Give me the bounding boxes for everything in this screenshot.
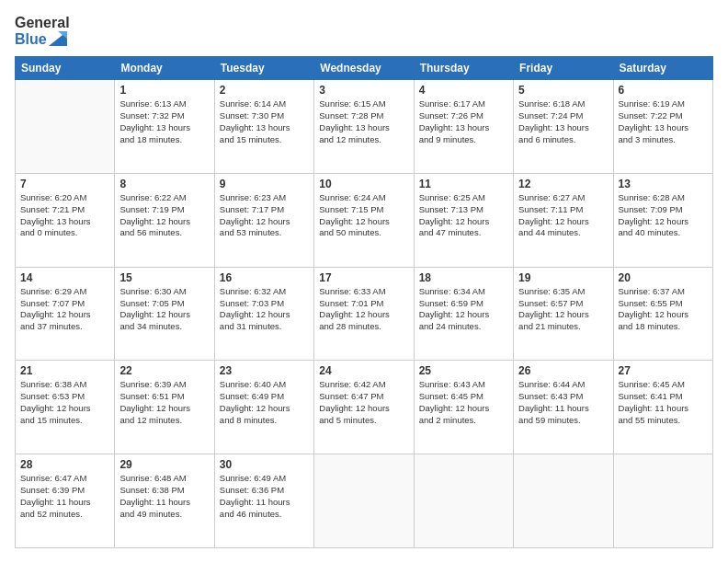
weekday-header: Monday xyxy=(115,57,214,80)
day-info: Sunrise: 6:27 AMSunset: 7:11 PMDaylight:… xyxy=(518,192,608,239)
weekday-header: Thursday xyxy=(414,57,513,80)
day-number: 10 xyxy=(319,178,408,190)
calendar-cell: 1Sunrise: 6:13 AMSunset: 7:32 PMDaylight… xyxy=(115,80,214,174)
day-info: Sunrise: 6:45 AMSunset: 6:41 PMDaylight:… xyxy=(619,379,708,426)
day-number: 22 xyxy=(119,364,209,377)
day-number: 7 xyxy=(20,178,109,190)
day-number: 15 xyxy=(119,271,209,284)
day-info: Sunrise: 6:35 AMSunset: 6:57 PMDaylight:… xyxy=(518,286,608,333)
day-info: Sunrise: 6:14 AMSunset: 7:30 PMDaylight:… xyxy=(220,98,309,145)
day-number: 14 xyxy=(20,271,109,284)
logo: General Blue xyxy=(15,15,70,47)
day-info: Sunrise: 6:40 AMSunset: 6:49 PMDaylight:… xyxy=(220,379,309,426)
day-number: 8 xyxy=(119,178,209,190)
calendar-cell: 15Sunrise: 6:30 AMSunset: 7:05 PMDayligh… xyxy=(115,267,214,361)
calendar-cell: 12Sunrise: 6:27 AMSunset: 7:11 PMDayligh… xyxy=(514,173,613,267)
day-info: Sunrise: 6:28 AMSunset: 7:09 PMDaylight:… xyxy=(619,192,708,239)
day-number: 12 xyxy=(518,178,608,190)
day-number: 23 xyxy=(220,364,309,377)
day-info: Sunrise: 6:39 AMSunset: 6:51 PMDaylight:… xyxy=(119,379,209,426)
calendar-cell: 8Sunrise: 6:22 AMSunset: 7:19 PMDaylight… xyxy=(115,173,214,267)
day-number: 4 xyxy=(419,84,508,97)
day-info: Sunrise: 6:47 AMSunset: 6:39 PMDaylight:… xyxy=(20,473,109,520)
day-info: Sunrise: 6:13 AMSunset: 7:32 PMDaylight:… xyxy=(119,98,209,145)
day-number: 2 xyxy=(220,84,309,97)
day-number: 30 xyxy=(220,458,309,471)
calendar-cell: 27Sunrise: 6:45 AMSunset: 6:41 PMDayligh… xyxy=(613,361,712,454)
calendar-cell: 25Sunrise: 6:43 AMSunset: 6:45 PMDayligh… xyxy=(414,361,513,454)
day-number: 19 xyxy=(518,271,608,284)
logo-blue: Blue xyxy=(15,31,70,48)
day-info: Sunrise: 6:37 AMSunset: 6:55 PMDaylight:… xyxy=(619,286,708,333)
day-info: Sunrise: 6:30 AMSunset: 7:05 PMDaylight:… xyxy=(119,286,209,333)
calendar-cell: 4Sunrise: 6:17 AMSunset: 7:26 PMDaylight… xyxy=(414,80,513,174)
calendar-week-row: 1Sunrise: 6:13 AMSunset: 7:32 PMDaylight… xyxy=(16,80,713,174)
calendar-cell: 9Sunrise: 6:23 AMSunset: 7:17 PMDaylight… xyxy=(214,173,313,267)
calendar-cell: 22Sunrise: 6:39 AMSunset: 6:51 PMDayligh… xyxy=(115,361,214,454)
calendar-cell: 21Sunrise: 6:38 AMSunset: 6:53 PMDayligh… xyxy=(16,361,115,454)
calendar-header-row: SundayMondayTuesdayWednesdayThursdayFrid… xyxy=(16,57,713,80)
day-number: 25 xyxy=(419,364,508,377)
calendar-cell xyxy=(414,454,513,548)
logo-general: General xyxy=(15,15,70,31)
calendar-cell: 16Sunrise: 6:32 AMSunset: 7:03 PMDayligh… xyxy=(214,267,313,361)
calendar-cell: 17Sunrise: 6:33 AMSunset: 7:01 PMDayligh… xyxy=(314,267,414,361)
calendar-cell: 18Sunrise: 6:34 AMSunset: 6:59 PMDayligh… xyxy=(414,267,513,361)
day-number: 18 xyxy=(419,271,508,284)
day-info: Sunrise: 6:20 AMSunset: 7:21 PMDaylight:… xyxy=(20,192,109,239)
page: General Blue SundayMondayTuesdayWednesda… xyxy=(0,0,728,563)
day-info: Sunrise: 6:49 AMSunset: 6:36 PMDaylight:… xyxy=(220,473,309,520)
day-info: Sunrise: 6:33 AMSunset: 7:01 PMDaylight:… xyxy=(319,286,408,333)
weekday-header: Friday xyxy=(514,57,613,80)
day-number: 24 xyxy=(319,364,408,377)
day-info: Sunrise: 6:17 AMSunset: 7:26 PMDaylight:… xyxy=(419,98,508,145)
day-info: Sunrise: 6:34 AMSunset: 6:59 PMDaylight:… xyxy=(419,286,508,333)
calendar-cell: 11Sunrise: 6:25 AMSunset: 7:13 PMDayligh… xyxy=(414,173,513,267)
day-number: 6 xyxy=(619,84,708,97)
calendar-cell xyxy=(613,454,712,548)
day-number: 9 xyxy=(220,178,309,190)
day-number: 26 xyxy=(518,364,608,377)
day-info: Sunrise: 6:24 AMSunset: 7:15 PMDaylight:… xyxy=(319,192,408,239)
day-info: Sunrise: 6:44 AMSunset: 6:43 PMDaylight:… xyxy=(518,379,608,426)
calendar-cell: 23Sunrise: 6:40 AMSunset: 6:49 PMDayligh… xyxy=(214,361,313,454)
calendar-cell: 28Sunrise: 6:47 AMSunset: 6:39 PMDayligh… xyxy=(16,454,115,548)
weekday-header: Tuesday xyxy=(214,57,313,80)
calendar-week-row: 28Sunrise: 6:47 AMSunset: 6:39 PMDayligh… xyxy=(16,454,713,548)
calendar-cell: 7Sunrise: 6:20 AMSunset: 7:21 PMDaylight… xyxy=(16,173,115,267)
day-info: Sunrise: 6:42 AMSunset: 6:47 PMDaylight:… xyxy=(319,379,408,426)
day-number: 27 xyxy=(619,364,708,377)
day-number: 3 xyxy=(319,84,408,97)
day-info: Sunrise: 6:38 AMSunset: 6:53 PMDaylight:… xyxy=(20,379,109,426)
day-number: 21 xyxy=(20,364,109,377)
calendar-cell xyxy=(16,80,115,174)
day-number: 16 xyxy=(220,271,309,284)
header: General Blue xyxy=(15,15,713,47)
calendar-cell: 26Sunrise: 6:44 AMSunset: 6:43 PMDayligh… xyxy=(514,361,613,454)
day-info: Sunrise: 6:48 AMSunset: 6:38 PMDaylight:… xyxy=(119,473,209,520)
calendar-cell: 24Sunrise: 6:42 AMSunset: 6:47 PMDayligh… xyxy=(314,361,414,454)
day-number: 29 xyxy=(119,458,209,471)
day-number: 13 xyxy=(619,178,708,190)
calendar-cell: 3Sunrise: 6:15 AMSunset: 7:28 PMDaylight… xyxy=(314,80,414,174)
calendar-cell: 20Sunrise: 6:37 AMSunset: 6:55 PMDayligh… xyxy=(613,267,712,361)
calendar-week-row: 14Sunrise: 6:29 AMSunset: 7:07 PMDayligh… xyxy=(16,267,713,361)
calendar-week-row: 21Sunrise: 6:38 AMSunset: 6:53 PMDayligh… xyxy=(16,361,713,454)
calendar-cell: 13Sunrise: 6:28 AMSunset: 7:09 PMDayligh… xyxy=(613,173,712,267)
day-info: Sunrise: 6:22 AMSunset: 7:19 PMDaylight:… xyxy=(119,192,209,239)
weekday-header: Sunday xyxy=(16,57,115,80)
day-number: 17 xyxy=(319,271,408,284)
day-number: 1 xyxy=(119,84,209,97)
calendar-cell: 29Sunrise: 6:48 AMSunset: 6:38 PMDayligh… xyxy=(115,454,214,548)
logo-wing-icon xyxy=(49,31,67,46)
calendar-cell: 5Sunrise: 6:18 AMSunset: 7:24 PMDaylight… xyxy=(514,80,613,174)
day-info: Sunrise: 6:32 AMSunset: 7:03 PMDaylight:… xyxy=(220,286,309,333)
day-number: 11 xyxy=(419,178,508,190)
day-info: Sunrise: 6:19 AMSunset: 7:22 PMDaylight:… xyxy=(619,98,708,145)
weekday-header: Saturday xyxy=(613,57,712,80)
day-number: 5 xyxy=(518,84,608,97)
calendar-cell: 14Sunrise: 6:29 AMSunset: 7:07 PMDayligh… xyxy=(16,267,115,361)
calendar-table: SundayMondayTuesdayWednesdayThursdayFrid… xyxy=(15,56,713,548)
day-number: 20 xyxy=(619,271,708,284)
day-info: Sunrise: 6:43 AMSunset: 6:45 PMDaylight:… xyxy=(419,379,508,426)
